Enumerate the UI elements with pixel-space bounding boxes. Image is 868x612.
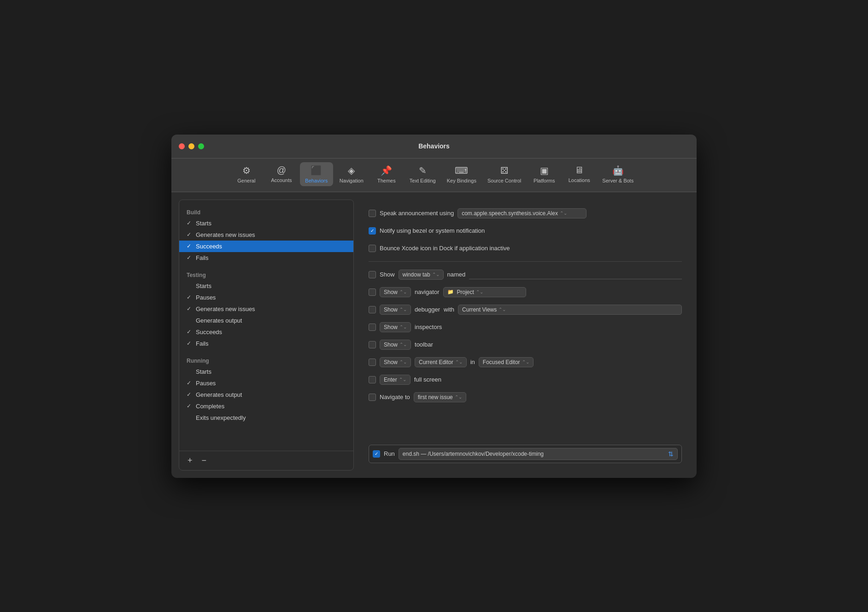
sidebar-item-label: Succeeds [196, 243, 222, 250]
show-dropdown-2[interactable]: Show ⌃⌄ [380, 287, 411, 297]
sidebar-item-testing-pauses[interactable]: ✓ Pauses [179, 292, 353, 303]
show-debugger-checkbox[interactable] [369, 306, 376, 313]
show-editor-row: Show ⌃⌄ Current Editor ⌃⌄ in Focused Edi… [369, 356, 682, 369]
remove-behavior-button[interactable]: − [199, 455, 210, 466]
show-dropdown-3[interactable]: Show ⌃⌄ [380, 305, 411, 315]
current-views-dropdown[interactable]: Current Views ⌃⌄ [458, 305, 682, 315]
group-running-label: Running [179, 354, 353, 366]
show-toolbar-checkbox[interactable] [369, 341, 376, 348]
tab-general[interactable]: ⚙ General [230, 162, 263, 186]
chevron-icon: ⌃⌄ [399, 342, 407, 347]
show-value-3: Show [384, 306, 398, 313]
speak-voice-value: com.apple.speech.synthesis.voice.Alex [462, 210, 558, 217]
maximize-button[interactable] [198, 143, 204, 149]
tab-text-editing[interactable]: ✎ Text Editing [405, 162, 440, 186]
navigator-label: navigator [415, 288, 439, 295]
sidebar-item-testing-generates-output[interactable]: ✓ Generates output [179, 315, 353, 326]
debugger-label: debugger [415, 306, 440, 313]
tab-source-control[interactable]: ⚄ Source Control [483, 162, 526, 186]
sidebar-item-build-succeeds[interactable]: ✓ Succeeds [179, 241, 353, 252]
check-icon: ✓ [187, 329, 193, 335]
tab-platforms[interactable]: ▣ Platforms [528, 162, 561, 186]
show-dropdown-6[interactable]: Show ⌃⌄ [380, 357, 411, 367]
tab-server-bots[interactable]: 🤖 Server & Bots [598, 162, 638, 186]
tab-themes-label: Themes [377, 178, 396, 183]
run-script-value: end.sh — /Users/artemnovichkov/Developer… [403, 451, 544, 457]
sidebar-item-label: Generates output [196, 317, 242, 324]
focused-editor-dropdown[interactable]: Focused Editor ⌃⌄ [479, 357, 534, 367]
sidebar-item-label: Generates output [196, 391, 242, 398]
gear-icon: ⚙ [242, 165, 251, 176]
project-dropdown[interactable]: 📁 Project ⌃⌄ [443, 287, 526, 297]
sidebar-item-running-starts[interactable]: ✓ Starts [179, 366, 353, 377]
chevron-icon: ⌃⌄ [476, 289, 483, 294]
notify-bezel-checkbox[interactable] [369, 227, 376, 235]
tab-accounts-label: Accounts [271, 177, 292, 183]
navigate-to-checkbox[interactable] [369, 394, 376, 401]
tab-locations[interactable]: 🖥 Locations [563, 162, 596, 186]
check-icon: ✓ [187, 231, 193, 238]
add-behavior-button[interactable]: + [185, 455, 195, 466]
at-icon: @ [277, 165, 286, 176]
speak-voice-dropdown[interactable]: com.apple.speech.synthesis.voice.Alex ⌃⌄ [457, 208, 586, 218]
speak-announcement-checkbox[interactable] [369, 210, 376, 217]
sidebar-item-running-generates-output[interactable]: ✓ Generates output [179, 389, 353, 400]
fullscreen-checkbox[interactable] [369, 376, 376, 383]
sidebar-item-testing-starts[interactable]: ✓ Starts [179, 280, 353, 292]
check-icon: ✓ [187, 391, 193, 398]
toolbar-label: toolbar [415, 341, 433, 348]
sidebar-item-label: Fails [196, 254, 208, 261]
traffic-lights [179, 143, 204, 149]
tab-themes[interactable]: 📌 Themes [370, 162, 403, 186]
run-script-dropdown[interactable]: end.sh — /Users/artemnovichkov/Developer… [399, 448, 678, 460]
sidebar-item-build-starts[interactable]: ✓ Starts [179, 218, 353, 229]
sidebar-item-testing-generates-new-issues[interactable]: ✓ Generates new issues [179, 303, 353, 315]
sidebar-footer: + − [179, 451, 353, 470]
tab-accounts[interactable]: @ Accounts [265, 162, 298, 186]
close-button[interactable] [179, 143, 185, 149]
chevron-icon: ⌃⌄ [522, 359, 529, 365]
enter-dropdown[interactable]: Enter ⌃⌄ [380, 375, 411, 385]
first-new-issue-dropdown[interactable]: first new issue ⌃⌄ [414, 392, 466, 402]
show-label-1: Show [380, 271, 395, 278]
tab-navigation[interactable]: ◈ Navigation [335, 162, 368, 186]
run-script-checkbox[interactable] [373, 450, 380, 458]
chevron-icon: ⌃⌄ [499, 307, 506, 312]
tab-behaviors[interactable]: ⬛ Behaviors [300, 162, 333, 186]
show-inspectors-checkbox[interactable] [369, 324, 376, 331]
first-new-issue-value: first new issue [418, 394, 453, 400]
current-editor-dropdown[interactable]: Current Editor ⌃⌄ [415, 357, 467, 367]
navigate-to-row: Navigate to first new issue ⌃⌄ [369, 391, 682, 404]
content-area: Build ✓ Starts ✓ Generates new issues ✓ … [171, 192, 697, 478]
check-icon: ✓ [187, 220, 193, 226]
show-window-tab-checkbox[interactable] [369, 271, 376, 278]
show-debugger-row: Show ⌃⌄ debugger with Current Views ⌃⌄ [369, 303, 682, 316]
show-inspectors-row: Show ⌃⌄ inspectors [369, 321, 682, 334]
show-toolbar-row: Show ⌃⌄ toolbar [369, 338, 682, 351]
sidebar-item-build-generates-new-issues[interactable]: ✓ Generates new issues [179, 229, 353, 241]
toolbar: ⚙ General @ Accounts ⬛ Behaviors ◈ Navig… [171, 159, 697, 192]
minimize-button[interactable] [188, 143, 194, 149]
sidebar-item-testing-succeeds[interactable]: ✓ Succeeds [179, 326, 353, 338]
sidebar-item-running-completes[interactable]: ✓ Completes [179, 400, 353, 412]
tab-key-bindings[interactable]: ⌨ Key Bindings [442, 162, 481, 186]
sidebar-item-label: Starts [196, 368, 211, 375]
check-icon: ✓ [187, 403, 193, 409]
enter-value: Enter [384, 377, 397, 383]
sidebar-item-running-pauses[interactable]: ✓ Pauses [179, 377, 353, 389]
chevron-icon: ⌃⌄ [455, 359, 463, 365]
sidebar-item-label: Succeeds [196, 329, 222, 335]
show-navigator-row: Show ⌃⌄ navigator 📁 Project ⌃⌄ [369, 286, 682, 299]
bounce-icon-checkbox[interactable] [369, 245, 376, 252]
window-tab-dropdown[interactable]: window tab ⌃⌄ [399, 270, 444, 280]
sidebar-item-label: Starts [196, 220, 211, 227]
sidebar-item-build-fails[interactable]: ✓ Fails [179, 252, 353, 264]
show-navigator-checkbox[interactable] [369, 288, 376, 296]
notify-bezel-row: Notify using bezel or system notificatio… [369, 224, 682, 237]
show-dropdown-5[interactable]: Show ⌃⌄ [380, 340, 411, 350]
show-dropdown-4[interactable]: Show ⌃⌄ [380, 322, 411, 332]
sidebar-item-testing-fails[interactable]: ✓ Fails [179, 338, 353, 349]
navigate-to-label: Navigate to [380, 394, 410, 400]
show-editor-checkbox[interactable] [369, 359, 376, 366]
sidebar-item-running-exits-unexpectedly[interactable]: ✓ Exits unexpectedly [179, 412, 353, 424]
